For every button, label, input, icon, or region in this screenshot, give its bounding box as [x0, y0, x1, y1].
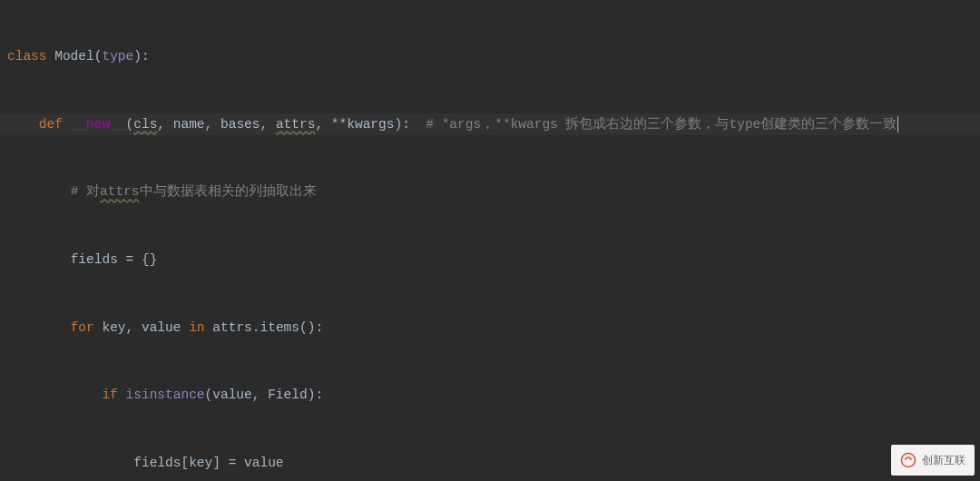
builtin: type: [102, 49, 133, 64]
code-line: if isinstance(value, Field):: [0, 384, 980, 407]
svg-point-0: [902, 454, 916, 467]
watermark: 创新互联: [891, 445, 975, 476]
keyword: def: [39, 117, 63, 132]
keyword: if: [102, 388, 117, 402]
magic-method: __new__: [71, 117, 126, 132]
identifier: fields[key]: [133, 456, 220, 470]
param: attrs: [276, 117, 316, 132]
code-line: fields = {}: [0, 249, 980, 271]
param: name: [173, 117, 205, 132]
code-line: class Model(type):: [0, 45, 980, 68]
logo-icon: [900, 452, 916, 468]
param: cls: [133, 117, 157, 132]
code-editor[interactable]: class Model(type): def __new__(cls, name…: [0, 0, 980, 481]
class-name: Model: [54, 49, 94, 64]
comment: # *args，**kwargs 拆包成右边的三个参数，与type创建类的三个参…: [426, 117, 897, 132]
kwargs: **kwargs: [331, 117, 395, 132]
text-cursor: [897, 116, 898, 133]
watermark-text: 创新互联: [922, 449, 965, 472]
keyword: in: [189, 320, 204, 335]
code-line: fields[key] = value: [0, 452, 980, 475]
code-line: def __new__(cls, name, bases, attrs, **k…: [0, 113, 980, 136]
keyword: for: [71, 320, 94, 335]
code-line: # 对attrs中与数据表相关的列抽取出来: [0, 181, 980, 203]
identifier: fields: [71, 252, 118, 267]
literal: {}: [142, 252, 157, 267]
param: bases: [220, 117, 260, 132]
keyword: class: [7, 49, 47, 64]
code-line: for key, value in attrs.items():: [0, 317, 980, 339]
comment: # 对attrs中与数据表相关的列抽取出来: [71, 184, 317, 199]
builtin: isinstance: [126, 388, 205, 402]
